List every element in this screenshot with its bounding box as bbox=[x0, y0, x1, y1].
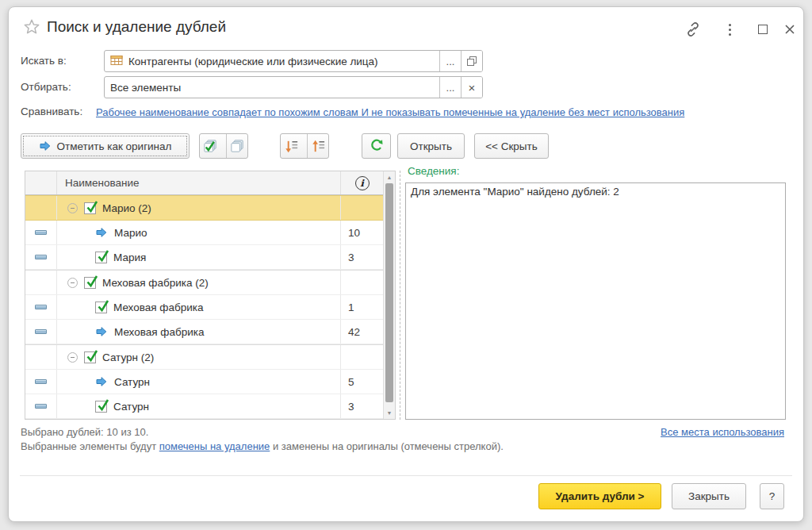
row-marker-cell bbox=[25, 394, 57, 418]
hide-button[interactable]: << Скрыть bbox=[474, 133, 549, 159]
row-marker-cell bbox=[25, 271, 57, 294]
row-usage-count: 3 bbox=[341, 394, 383, 418]
checkbox-checked-icon[interactable] bbox=[84, 351, 96, 363]
open-in-window-icon[interactable] bbox=[461, 51, 482, 71]
usage-locations-link[interactable]: Все места использования bbox=[661, 426, 784, 438]
footer-description: Выбранные элементы будут помечены на уда… bbox=[21, 440, 504, 452]
more-menu-icon[interactable] bbox=[719, 20, 740, 39]
maximize-icon[interactable] bbox=[753, 20, 773, 39]
row-label: Сатурн bbox=[113, 401, 149, 413]
row-name-cell[interactable]: Марио bbox=[57, 221, 341, 244]
row-marker-dash-icon bbox=[35, 379, 47, 384]
footer-description-suffix: и заменены на оригиналы (отмечены стрелк… bbox=[270, 440, 504, 452]
sort-descending-icon[interactable] bbox=[281, 134, 301, 158]
check-buttons-group bbox=[199, 133, 248, 159]
sort-ascending-icon[interactable] bbox=[307, 134, 328, 158]
row-marker-dash-icon bbox=[35, 329, 47, 334]
table-row[interactable]: Марио (2) bbox=[25, 195, 383, 221]
panel-splitter[interactable] bbox=[400, 171, 400, 420]
details-text: Для элемента "Марио" найдено дублей: 2 bbox=[411, 186, 619, 198]
row-marker-cell bbox=[25, 320, 57, 344]
row-marker-cell bbox=[25, 370, 57, 394]
open-button[interactable]: Открыть bbox=[397, 133, 465, 159]
row-name-cell[interactable]: Сатурн bbox=[57, 370, 341, 394]
row-name-cell[interactable]: Марио (2) bbox=[57, 196, 341, 220]
uncheck-all-icon[interactable] bbox=[226, 134, 247, 158]
scroll-down-icon[interactable]: ▼ bbox=[384, 410, 395, 416]
original-arrow-icon bbox=[95, 325, 108, 338]
row-marker-cell bbox=[25, 245, 57, 269]
mark-original-button[interactable]: Отметить как оригинал bbox=[21, 133, 190, 159]
row-label: Марио (2) bbox=[102, 202, 151, 214]
collapse-icon[interactable] bbox=[67, 278, 78, 288]
close-icon[interactable] bbox=[779, 20, 800, 39]
row-usage-count: 5 bbox=[341, 370, 383, 394]
original-arrow-icon bbox=[95, 226, 108, 239]
selected-count-text: Выбрано дублей: 10 из 10. bbox=[21, 426, 148, 438]
refresh-button[interactable] bbox=[362, 133, 391, 159]
help-button[interactable]: ? bbox=[760, 483, 784, 509]
open-button-label: Открыть bbox=[410, 140, 452, 152]
row-marker-dash-icon bbox=[35, 305, 47, 309]
search-in-field[interactable]: Контрагенты (юридические или физические … bbox=[104, 50, 483, 72]
collapse-icon[interactable] bbox=[67, 203, 78, 213]
mark-original-label: Отметить как оригинал bbox=[57, 140, 172, 152]
close-button[interactable]: Закрыть bbox=[672, 483, 746, 509]
row-usage-count: 3 bbox=[341, 245, 383, 269]
row-label: Мария bbox=[113, 252, 146, 263]
checkbox-checked-icon[interactable] bbox=[84, 202, 96, 214]
search-in-value: Контрагенты (юридические или физические … bbox=[128, 56, 378, 67]
row-name-cell[interactable]: Сатурн bbox=[57, 394, 341, 418]
table-row[interactable]: Меховая фабрика42 bbox=[25, 320, 383, 344]
table-row[interactable]: Сатурн (2) bbox=[25, 344, 383, 370]
favorite-star-icon[interactable] bbox=[22, 17, 41, 36]
marked-for-deletion-link[interactable]: помечены на удаление bbox=[159, 440, 270, 452]
table-row[interactable]: Мария3 bbox=[25, 245, 383, 270]
scroll-up-icon[interactable]: ▲ bbox=[384, 175, 395, 180]
details-label: Сведения: bbox=[408, 165, 459, 177]
bottom-button-bar: Удалить дубли > Закрыть ? bbox=[538, 483, 784, 509]
compare-label: Сравнивать: bbox=[21, 104, 82, 120]
name-column-header[interactable]: Наименование bbox=[57, 171, 341, 194]
filter-field[interactable]: Все элементы ... × bbox=[104, 76, 483, 98]
compare-settings-link[interactable]: Рабочее наименование совпадает по похожи… bbox=[96, 106, 684, 118]
row-name-cell[interactable]: Меховая фабрика (2) bbox=[57, 271, 341, 294]
delete-duplicates-button[interactable]: Удалить дубли > bbox=[538, 483, 661, 509]
row-name-cell[interactable]: Меховая фабрика bbox=[57, 295, 341, 319]
check-all-icon[interactable] bbox=[200, 134, 220, 158]
table-row[interactable]: Марио10 bbox=[25, 221, 383, 245]
row-name-cell[interactable]: Мария bbox=[57, 245, 341, 269]
original-arrow-icon bbox=[95, 375, 108, 388]
hide-button-label: << Скрыть bbox=[485, 140, 538, 152]
scrollbar-thumb[interactable] bbox=[385, 183, 393, 402]
checkbox-checked-icon[interactable] bbox=[95, 252, 107, 263]
row-label: Сатурн (2) bbox=[102, 351, 154, 363]
row-usage-count: 42 bbox=[341, 320, 383, 344]
get-link-icon[interactable] bbox=[683, 20, 703, 39]
row-name-cell[interactable]: Сатурн (2) bbox=[57, 345, 341, 369]
vertical-scrollbar[interactable]: ▲ ▼ bbox=[383, 171, 395, 419]
original-arrow-icon bbox=[39, 140, 52, 152]
filter-clear-icon[interactable]: × bbox=[461, 77, 482, 98]
table-row[interactable]: Меховая фабрика (2) bbox=[25, 270, 383, 295]
table-row[interactable]: Сатурн3 bbox=[25, 394, 383, 419]
table-row[interactable]: Меховая фабрика1 bbox=[25, 295, 383, 320]
table-row[interactable]: Сатурн5 bbox=[25, 370, 383, 394]
checkbox-checked-icon[interactable] bbox=[84, 277, 96, 289]
row-name-cell[interactable]: Меховая фабрика bbox=[57, 320, 341, 344]
checkbox-checked-icon[interactable] bbox=[95, 301, 107, 313]
catalog-table-icon bbox=[110, 55, 123, 68]
row-label: Меховая фабрика bbox=[114, 326, 204, 338]
details-panel[interactable]: Для элемента "Марио" найдено дублей: 2 bbox=[405, 182, 786, 420]
row-marker-cell bbox=[25, 295, 57, 319]
collapse-icon[interactable] bbox=[67, 352, 78, 363]
search-in-label: Искать в: bbox=[21, 50, 67, 72]
filter-choose-button[interactable]: ... bbox=[439, 77, 461, 98]
dialog-window: Поиск и удаление дублей Искать в: Контра… bbox=[8, 6, 804, 522]
row-label: Меховая фабрика (2) bbox=[102, 277, 209, 289]
row-marker-cell bbox=[25, 221, 57, 244]
table-body: Марио (2)Марио10Мария3Меховая фабрика (2… bbox=[25, 195, 383, 419]
info-column-header[interactable]: i bbox=[341, 171, 383, 194]
checkbox-checked-icon[interactable] bbox=[95, 401, 107, 413]
search-in-choose-button[interactable]: ... bbox=[439, 51, 461, 71]
